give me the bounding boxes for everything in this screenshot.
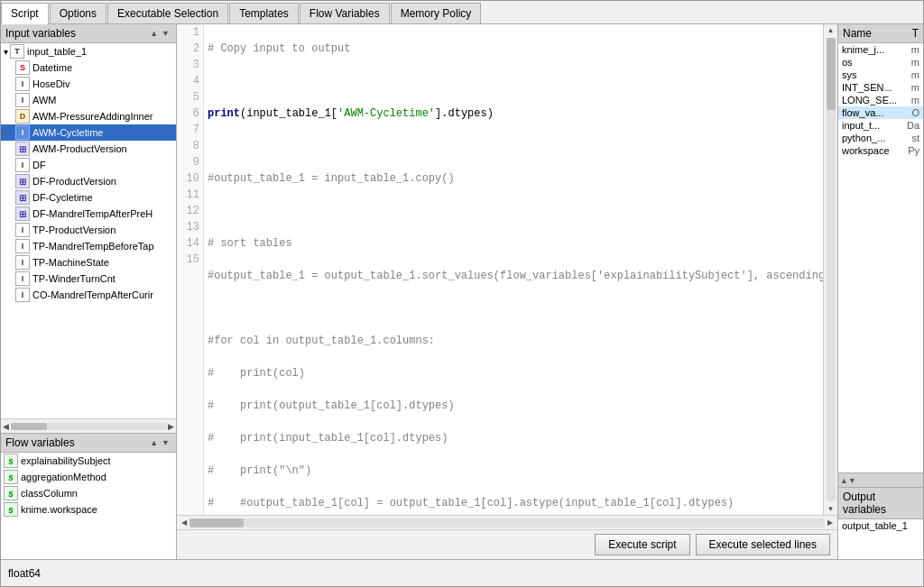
var-name: DF: [32, 160, 46, 170]
expand-icon[interactable]: ▾: [4, 47, 8, 57]
type-icon-D: D: [15, 109, 30, 124]
var-item-datetime[interactable]: S Datetime: [1, 60, 176, 76]
scroll-track: [11, 423, 166, 430]
ln-8: 8: [177, 138, 199, 154]
input-collapse-down[interactable]: ▼: [160, 29, 171, 38]
flow-var-knime-workspace[interactable]: s knime.workspace: [1, 501, 176, 518]
tab-memory-policy[interactable]: Memory Policy: [391, 3, 482, 23]
tab-options[interactable]: Options: [50, 3, 106, 23]
right-item-type: m: [911, 69, 919, 80]
var-item-co-mandrel[interactable]: I CO-MandrelTempAfterCurir: [1, 287, 176, 303]
var-name: AWM: [32, 95, 56, 105]
execute-selected-button[interactable]: Execute selected lines: [696, 534, 830, 555]
right-panel-top-header: Name T: [838, 24, 923, 43]
flow-var-class-column[interactable]: s classColumn: [1, 485, 176, 501]
var-item-df[interactable]: I DF: [1, 157, 176, 173]
comment-15: # #output_table_1[col] = output_table_1[…: [208, 495, 734, 511]
tab-flow-variables[interactable]: Flow Variables: [300, 3, 390, 23]
code-line-6: [208, 203, 819, 219]
type-icon-I8: I: [15, 271, 30, 286]
right-arrow-down[interactable]: ▼: [848, 476, 856, 485]
input-variables-label: Input variables: [5, 27, 76, 40]
flow-var-aggregation[interactable]: s aggregationMethod: [1, 469, 176, 485]
code-line-7: # sort tables: [208, 235, 819, 252]
ln-11: 11: [177, 187, 199, 203]
flow-variables-label: Flow variables: [5, 436, 75, 449]
var-name: DF-Cycletime: [32, 192, 93, 203]
vscroll-thumb[interactable]: [827, 38, 836, 110]
type-icon-S: S: [15, 60, 30, 75]
var-item-awm-pressure[interactable]: D AWM-PressureAddingInner: [1, 108, 176, 124]
code-line-10: #for col in output_table_1.columns:: [208, 333, 819, 349]
var-name: AWM-PressureAddingInner: [32, 111, 152, 122]
right-item-name: knime_j...: [842, 44, 910, 55]
var-item-awm[interactable]: I AWM: [1, 92, 176, 108]
var-name: TP-WinderTurnCnt: [32, 273, 116, 284]
right-arrow-up[interactable]: ▲: [840, 476, 848, 485]
type-icon-G2: ⊞: [15, 174, 30, 188]
right-item-os: os m: [838, 56, 923, 69]
scroll-right-arrow[interactable]: ▶: [166, 422, 176, 431]
code-text-area[interactable]: # Copy input to output print(input_table…: [204, 24, 823, 515]
type-icon-I2: I: [15, 93, 30, 107]
tab-templates[interactable]: Templates: [229, 3, 299, 23]
line-numbers: 1 2 3 4 5 6 7 8 9 10 11 12 13 14: [177, 24, 204, 515]
ln-4: 4: [177, 73, 199, 89]
var-item-df-productversion[interactable]: ⊞ DF-ProductVersion: [1, 173, 176, 189]
flow-collapse-up[interactable]: ▲: [148, 438, 160, 447]
var-ref-2: ].dtypes): [435, 105, 494, 122]
ln-15: 15: [177, 252, 199, 268]
tab-script[interactable]: Script: [1, 3, 49, 24]
var-item-tp-winder[interactable]: I TP-WinderTurnCnt: [1, 271, 176, 287]
type-icon-s3: s: [4, 486, 18, 500]
code-line-2: [208, 73, 819, 89]
comment-8: #output_table_1 = output_table_1.sort_va…: [208, 268, 823, 284]
var-name: aggregationMethod: [21, 472, 106, 482]
var-item-tp-machinestate[interactable]: I TP-MachineState: [1, 254, 176, 271]
var-item-tp-mandrel-before[interactable]: I TP-MandrelTempBeforeTap: [1, 238, 176, 254]
flow-variables-section: Flow variables ▲ ▼ s explainabilitySubje…: [1, 433, 176, 559]
var-item-awm-cycletime[interactable]: I AWM-Cycletime: [1, 124, 176, 141]
right-item-name: workspace: [842, 145, 906, 156]
right-item-type: st: [911, 133, 919, 143]
var-name: explainabilitySubject: [21, 455, 111, 466]
var-item-tp-productversion[interactable]: I TP-ProductVersion: [1, 222, 176, 238]
flow-variables-header: Flow variables ▲ ▼: [1, 434, 176, 453]
ln-1: 1: [177, 24, 199, 41]
var-item-hosediv[interactable]: I HoseDiv: [1, 76, 176, 92]
scroll-left-arrow[interactable]: ◀: [1, 422, 11, 431]
comment-13: # print(input_table_1[col].dtypes): [208, 430, 448, 446]
ln-12: 12: [177, 203, 199, 219]
input-collapse-up[interactable]: ▲: [148, 29, 160, 38]
type-icon-I5: I: [15, 223, 30, 237]
ln-9: 9: [177, 154, 199, 170]
var-name: TP-MandrelTempBeforeTap: [32, 241, 154, 252]
status-bar: float64: [1, 559, 923, 586]
right-panel-arrows: ▲ ▼: [838, 472, 923, 487]
right-item-long-se: LONG_SE... m: [838, 94, 923, 106]
hscroll-thumb[interactable]: [189, 518, 244, 527]
var-item-df-mandrel[interactable]: ⊞ DF-MandrelTempAfterPreH: [1, 206, 176, 222]
vscroll-down-arrow[interactable]: ▼: [826, 503, 836, 515]
hscroll-right-arrow[interactable]: ▶: [825, 518, 836, 527]
var-item-awm-productversion[interactable]: ⊞ AWM-ProductVersion: [1, 141, 176, 157]
execute-script-button[interactable]: Execute script: [595, 534, 689, 555]
var-item-df-cycletime[interactable]: ⊞ DF-Cycletime: [1, 189, 176, 206]
scroll-thumb[interactable]: [11, 423, 47, 430]
flow-var-explainability[interactable]: s explainabilitySubject: [1, 453, 176, 469]
var-item-input-table-1[interactable]: ▾ T input_table_1: [1, 43, 176, 60]
hscroll-left-arrow[interactable]: ◀: [179, 518, 189, 527]
code-line-14: # print("\n"): [208, 463, 819, 479]
tab-exec-selection[interactable]: Executable Selection: [107, 3, 228, 23]
right-item-name: INT_SEN...: [842, 82, 910, 93]
input-scrollbar[interactable]: ◀ ▶: [1, 418, 176, 433]
right-item-sys: sys m: [838, 69, 923, 81]
app-window: Script Options Executable Selection Temp…: [0, 0, 924, 587]
editor-hscroll: ◀ ▶: [177, 515, 837, 529]
flow-collapse-down[interactable]: ▼: [160, 438, 171, 447]
output-variables-label: Output variables: [843, 491, 919, 516]
var-name: AWM-Cycletime: [32, 127, 103, 138]
vscroll-up-arrow[interactable]: ▲: [826, 24, 836, 36]
comment-12: # print(output_table_1[col].dtypes): [208, 398, 455, 414]
ln-5: 5: [177, 89, 199, 105]
